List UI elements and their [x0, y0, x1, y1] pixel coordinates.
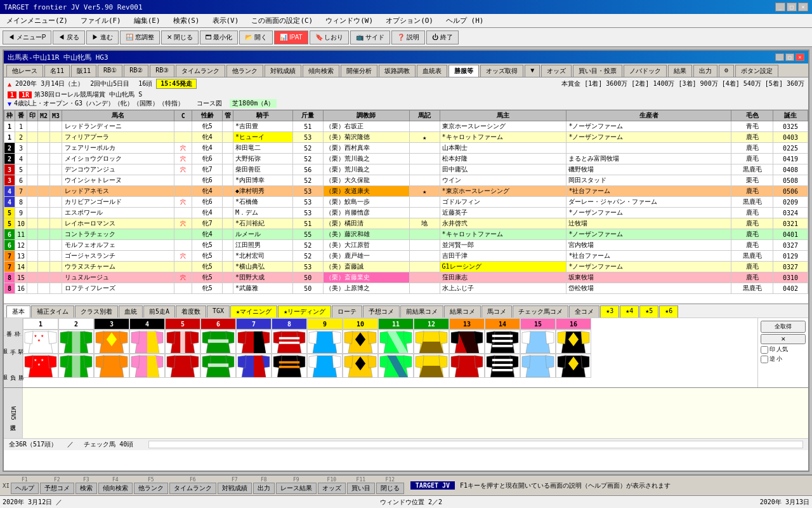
- menu-settings[interactable]: この画面の設定(C): [247, 15, 317, 27]
- btab-result-comment[interactable]: 結果コメ: [444, 305, 481, 318]
- btab-leading[interactable]: ★リーディング: [278, 305, 331, 318]
- btab-degree[interactable]: 着度数: [176, 305, 206, 318]
- fkey-f4[interactable]: 傾向検索: [98, 483, 133, 494]
- tab-other-rank[interactable]: 他ランク: [226, 65, 263, 77]
- menu-help[interactable]: ヘルプ (H): [442, 15, 488, 27]
- btab-all-comment[interactable]: 全コメ: [569, 305, 599, 318]
- btab-star4[interactable]: ★4: [620, 305, 639, 318]
- cell-breeder: 辻牧場: [566, 218, 731, 229]
- menu-options[interactable]: オプション(O): [382, 15, 437, 27]
- tab-pedigree[interactable]: 血統表: [417, 65, 447, 77]
- tab-button-settings[interactable]: ボタン設定: [735, 65, 778, 77]
- btab-basic[interactable]: 基本: [6, 305, 30, 318]
- tab-other-race[interactable]: 他レース: [6, 65, 43, 77]
- minimize-window-btn[interactable]: 🗔 最小化: [200, 30, 239, 44]
- tab-rb2[interactable]: RB②: [124, 65, 148, 77]
- win-restore-btn[interactable]: □: [785, 53, 794, 61]
- tab-rb3[interactable]: RB③: [150, 65, 174, 77]
- fkey-f10[interactable]: オッズ: [318, 483, 346, 494]
- cell-weight: 55: [292, 229, 323, 240]
- menu-main[interactable]: メインメニュー(Z): [3, 15, 72, 27]
- fkey-f9[interactable]: レース結果: [276, 483, 317, 494]
- fkey-f8[interactable]: 出力: [253, 483, 275, 494]
- cell-imp: [27, 208, 38, 218]
- tab-han11[interactable]: 阪11: [71, 65, 96, 77]
- tab-dropdown[interactable]: ▼: [525, 65, 540, 77]
- horse-table-container[interactable]: 枠 番 印 M2 M3 馬名 C 性齢 管 騎手 斤量 調教師: [4, 110, 808, 304]
- cell-jockey: 大野拓弥: [233, 154, 293, 164]
- cell-owner: ゴドルフィン: [440, 197, 566, 208]
- ipat-btn[interactable]: 📊 IPAT: [274, 30, 308, 44]
- window-adjust-btn[interactable]: 🪟 窓調整: [120, 30, 160, 44]
- fkey-f7[interactable]: 対戦成績: [218, 483, 252, 494]
- btab-comment[interactable]: 予想コメ: [363, 305, 400, 318]
- fkey-f6[interactable]: タイムランク: [169, 483, 216, 494]
- fkey-f5[interactable]: 他ランク: [134, 483, 168, 494]
- btab-prev5[interactable]: 前5走A: [143, 305, 175, 318]
- cell-seire: 牝6: [192, 154, 223, 164]
- close-btn[interactable]: ×: [798, 3, 808, 11]
- menu-view[interactable]: 表示(V): [209, 15, 243, 27]
- tab-odds-get[interactable]: オッズ取得: [480, 65, 523, 77]
- btab-prev-comment[interactable]: 前結果コメ: [400, 305, 443, 318]
- btab-class[interactable]: クラス別着: [75, 305, 118, 318]
- fkey-f12[interactable]: 閉じる: [376, 483, 404, 494]
- menu-edit[interactable]: 編集(E): [130, 15, 164, 27]
- win-close-btn[interactable]: ×: [796, 53, 804, 61]
- tab-output[interactable]: 出力: [693, 65, 717, 77]
- btab-check-comment[interactable]: チェック馬コメ: [513, 305, 568, 318]
- get-all-btn[interactable]: 全取得: [761, 321, 806, 333]
- fkey-f3[interactable]: 検索: [75, 483, 97, 494]
- silks-close-btn[interactable]: ✕: [761, 334, 806, 344]
- maximize-btn[interactable]: □: [787, 3, 797, 11]
- back-btn[interactable]: ◀ 戻る: [53, 30, 85, 44]
- btab-tgx[interactable]: TGX: [207, 305, 230, 318]
- side-btn[interactable]: 📺 サイド: [350, 30, 390, 44]
- tab-odds[interactable]: オッズ: [541, 65, 572, 77]
- fkey-f11[interactable]: 買い目: [347, 483, 375, 494]
- win-minimize-btn[interactable]: _: [775, 53, 784, 61]
- cell-kan: [223, 186, 233, 197]
- menu-btn[interactable]: ◀ メニューP: [3, 30, 51, 44]
- btab-star6[interactable]: ★6: [659, 305, 678, 318]
- cell-umaki: 地: [409, 218, 440, 229]
- btab-star5[interactable]: ★5: [639, 305, 658, 318]
- cell-weight: 52: [292, 240, 323, 251]
- minimize-btn[interactable]: _: [775, 3, 785, 11]
- btab-rote[interactable]: ローテ: [332, 305, 362, 318]
- btab-star3[interactable]: ★3: [600, 305, 619, 318]
- close-window-btn[interactable]: ✕ 閉じる: [161, 30, 199, 44]
- explain-btn[interactable]: ❓ 説明: [391, 30, 425, 44]
- fkey-f1[interactable]: ヘルプ: [11, 483, 39, 494]
- cell-name: レッドアネモス: [62, 186, 174, 197]
- tab-novadoc[interactable]: ノバドック: [624, 65, 667, 77]
- tab-training[interactable]: 坂路調教: [379, 65, 416, 77]
- tab-timerank[interactable]: タイムランク: [176, 65, 225, 77]
- menu-search[interactable]: 検索(S): [169, 15, 204, 27]
- tab-result[interactable]: 結果: [668, 65, 692, 77]
- exit-btn[interactable]: ⏻ 終了: [426, 30, 459, 44]
- win5-label: WIN5選択: [9, 406, 17, 420]
- btab-horse-comment[interactable]: 馬コメ: [481, 305, 512, 318]
- label-jockey: 騎手服: [4, 336, 22, 354]
- bookmark-btn[interactable]: 🔖 しおり: [310, 30, 350, 44]
- btab-time[interactable]: 補正タイム: [31, 305, 74, 318]
- btab-mining[interactable]: ★マイニング: [230, 305, 277, 318]
- btab-pedigree[interactable]: 血統: [119, 305, 143, 318]
- tab-uniform[interactable]: 勝服等: [449, 65, 479, 77]
- menu-file[interactable]: ファイル(F): [77, 15, 125, 27]
- tab-analysis[interactable]: 開催分析: [341, 65, 377, 77]
- tab-name11[interactable]: 名11: [44, 65, 70, 77]
- tab-tendency[interactable]: 傾向検索: [303, 65, 339, 77]
- tab-gear[interactable]: ⚙: [719, 65, 734, 77]
- tab-rb1[interactable]: RB①: [98, 65, 122, 77]
- forward-check[interactable]: [761, 356, 768, 363]
- menu-window[interactable]: ウィンドウ(W): [322, 15, 377, 27]
- tab-results[interactable]: 対戦成績: [265, 65, 301, 77]
- fkey-f2[interactable]: 予想コメ: [40, 483, 74, 494]
- tab-vote[interactable]: 買い目・投票: [573, 65, 622, 77]
- print-check[interactable]: [761, 346, 768, 354]
- cell-name: デンコウアンジュ: [62, 164, 174, 175]
- open-btn[interactable]: 📂 開く: [239, 30, 273, 44]
- forward-btn[interactable]: ▶ 進む: [86, 30, 119, 44]
